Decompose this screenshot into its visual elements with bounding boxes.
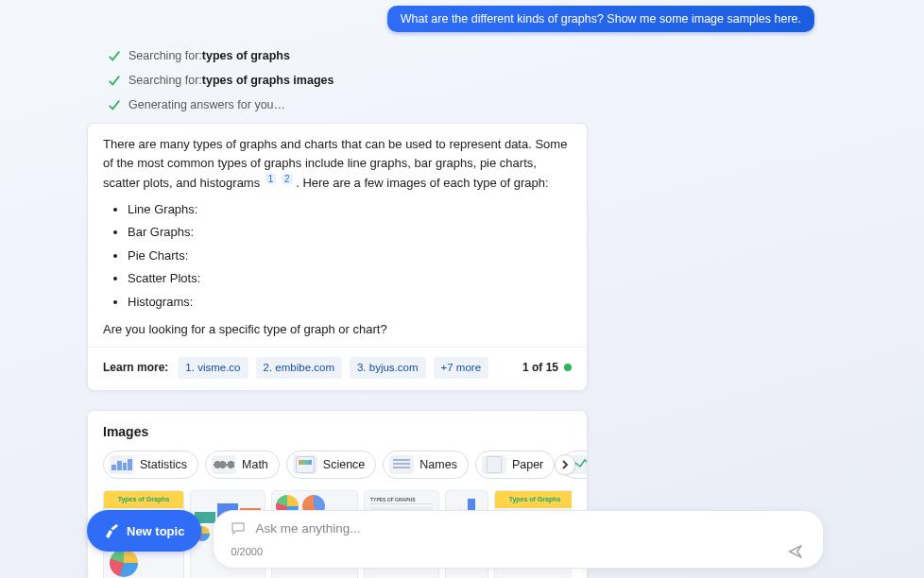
thumb-banner: Types of Graphs [495, 491, 572, 508]
thumb-banner: Types of Graphs [104, 491, 183, 508]
check-icon [108, 49, 121, 62]
filter-chip-science[interactable]: Science [286, 450, 376, 479]
filter-chip-math[interactable]: Math [205, 450, 280, 479]
progress-list: Searching for: types of graphs Searching… [108, 49, 824, 111]
scroll-next-button[interactable] [555, 454, 575, 475]
learn-more-label: Learn more: [103, 359, 168, 376]
citation[interactable]: 2 [282, 174, 293, 184]
filter-chip-statistics[interactable]: Statistics [103, 450, 198, 479]
reference-chip[interactable]: 3. byjus.com [350, 357, 426, 379]
filter-row: Statistics Math Science Names Paper Line [103, 450, 572, 479]
message-input[interactable] [255, 521, 806, 536]
user-message: What are the different kinds of graphs? … [387, 6, 814, 32]
reference-chip[interactable]: +7 more [434, 357, 489, 379]
send-button[interactable] [785, 541, 806, 562]
answer-card: There are many types of graphs and chart… [87, 123, 588, 391]
chip-thumb-icon [389, 455, 414, 474]
response-counter[interactable]: 1 of 15 [522, 359, 572, 376]
chip-thumb-icon [482, 455, 506, 474]
list-item: Bar Graphs: [128, 223, 572, 242]
progress-item: Searching for: types of graphs [108, 49, 824, 62]
filter-chip-names[interactable]: Names [383, 450, 469, 479]
compose-box[interactable]: 0/2000 [213, 510, 824, 569]
images-title: Images [103, 424, 572, 439]
list-item: Histograms: [128, 293, 572, 312]
reference-chip[interactable]: 1. visme.co [178, 357, 248, 379]
chip-thumb-icon [110, 455, 134, 474]
chip-thumb-icon [212, 455, 236, 474]
new-topic-button[interactable]: New topic [87, 510, 201, 552]
list-item: Scatter Plots: [128, 269, 572, 288]
check-icon [108, 74, 121, 87]
answer-intro: There are many types of graphs and chart… [103, 135, 572, 193]
broom-icon [104, 523, 119, 538]
check-icon [108, 98, 121, 111]
reference-chip[interactable]: 2. embibe.com [256, 357, 342, 379]
filter-chip-paper[interactable]: Paper [475, 450, 555, 479]
progress-item: Searching for: types of graphs images [108, 74, 824, 87]
answer-list: Line Graphs: Bar Graphs: Pie Charts: Sca… [128, 200, 572, 312]
chat-icon [231, 520, 246, 536]
char-counter: 0/2000 [231, 546, 263, 557]
progress-item: Generating answers for you… [108, 98, 824, 111]
citation[interactable]: 1 [265, 174, 277, 184]
chip-thumb-icon [293, 455, 317, 474]
answer-closing: Are you looking for a specific type of g… [103, 320, 572, 339]
status-dot [564, 364, 572, 371]
list-item: Pie Charts: [128, 246, 572, 265]
list-item: Line Graphs: [128, 200, 572, 219]
